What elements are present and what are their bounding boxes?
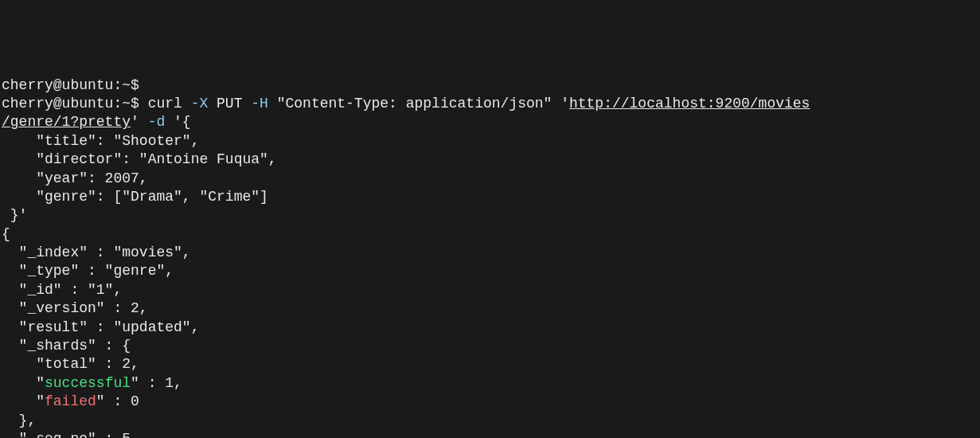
response-seq-no: "_seq_no" : 5, [2, 431, 139, 438]
response-id: "_id" : "1", [2, 282, 122, 298]
prompt-line-1: cherry@ubuntu:~$ [2, 77, 139, 93]
flag-d: -d [148, 114, 166, 130]
json-body: '{ "title": "Shooter", "director": "Anto… [2, 114, 277, 223]
response-total: "total" : 2, [2, 356, 139, 372]
arg-header: "Content-Type: application/json" ' [268, 96, 569, 111]
command-curl: curl [139, 96, 191, 111]
after-url: ' [131, 114, 148, 130]
response-shards-close: }, [2, 413, 36, 428]
response-result: "result" : "updated", [2, 319, 199, 335]
prompt-user-host: cherry@ubuntu [2, 96, 113, 111]
prompt-line-2: cherry@ubuntu:~$ curl -X PUT -H "Content… [2, 96, 810, 223]
url-part1: http://localhost:9200/movies [569, 96, 810, 111]
response-open: { [2, 226, 10, 242]
terminal[interactable]: cherry@ubuntu:~$ cherry@ubuntu:~$ curl -… [2, 76, 978, 438]
response-index: "_index" : "movies", [2, 244, 191, 260]
response-shards-open: "_shards" : { [2, 338, 131, 354]
prompt-path: :~$ [113, 96, 139, 111]
response-version: "_version" : 2, [2, 300, 148, 316]
url-part2: /genre/1?pretty [2, 114, 131, 130]
flag-x: -X [191, 96, 209, 111]
response-type: "_type" : "genre", [2, 263, 174, 279]
response-successful-line: "successful" : 1, [2, 375, 182, 391]
flag-h: -H [251, 96, 268, 111]
prompt-path: :~$ [113, 77, 139, 93]
response-failed-line: "failed" : 0 [2, 393, 139, 409]
key-successful: successful [45, 375, 131, 391]
key-failed: failed [45, 393, 96, 409]
arg-put: PUT [208, 96, 251, 111]
prompt-user-host: cherry@ubuntu [2, 77, 113, 93]
